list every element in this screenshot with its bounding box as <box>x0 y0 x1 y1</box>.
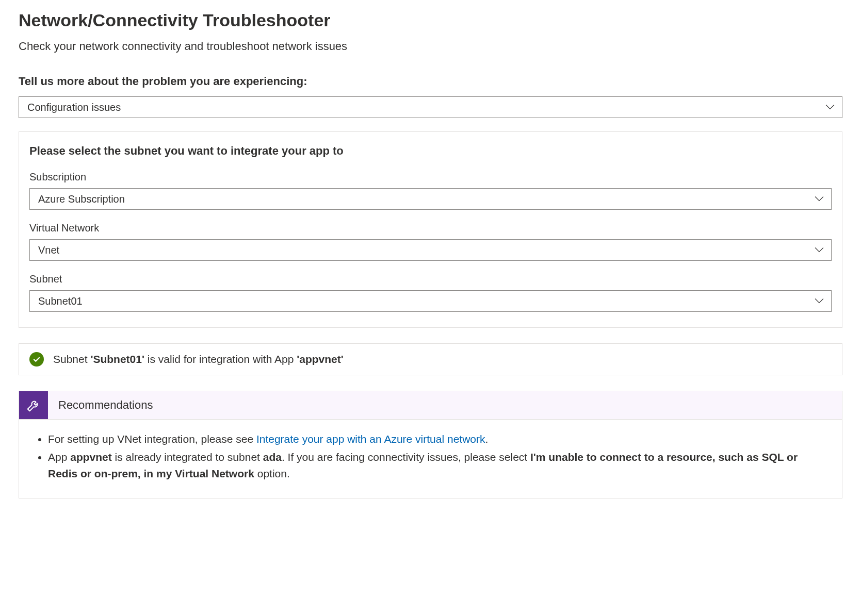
recommendation-item-1: For setting up VNet integration, please … <box>48 431 827 448</box>
status-subnet-name: 'Subnet01' <box>90 353 144 365</box>
rec2-t2: is already integrated to subnet <box>112 451 263 463</box>
subnet-card-heading: Please select the subnet you want to int… <box>29 144 832 158</box>
validation-status-text: Subnet 'Subnet01' is valid for integrati… <box>53 353 344 365</box>
rec2-subnet: ada <box>263 451 282 463</box>
validation-status-bar: Subnet 'Subnet01' is valid for integrati… <box>19 343 842 375</box>
recommendations-panel: Recommendations For setting up VNet inte… <box>19 391 842 498</box>
rec2-app: appvnet <box>70 451 112 463</box>
status-app-name: 'appvnet' <box>297 353 344 365</box>
recommendations-body: For setting up VNet integration, please … <box>19 420 842 498</box>
subnet-dropdown[interactable]: Subnet01 <box>29 290 832 312</box>
integrate-vnet-link[interactable]: Integrate your app with an Azure virtual… <box>256 433 485 445</box>
page-subtitle: Check your network connectivity and trou… <box>19 40 842 53</box>
wrench-icon <box>19 391 48 419</box>
subnet-field: Subnet Subnet01 <box>29 273 832 312</box>
chevron-down-icon <box>815 245 824 255</box>
rec2-t3: . If you are facing connectivity issues,… <box>282 451 530 463</box>
problem-prompt-label: Tell us more about the problem you are e… <box>19 75 842 88</box>
recommendation-item-2: App appvnet is already integrated to sub… <box>48 449 827 482</box>
subnet-value: Subnet01 <box>38 295 83 307</box>
vnet-dropdown[interactable]: Vnet <box>29 239 832 261</box>
status-prefix: Subnet <box>53 353 90 365</box>
rec2-t4: option. <box>254 468 290 479</box>
rec2-t1: App <box>48 451 70 463</box>
vnet-value: Vnet <box>38 244 59 256</box>
subscription-label: Subscription <box>29 171 832 183</box>
problem-type-value: Configuration issues <box>27 102 121 113</box>
subscription-field: Subscription Azure Subscription <box>29 171 832 210</box>
success-check-icon <box>29 352 44 367</box>
page-title: Network/Connectivity Troubleshooter <box>19 10 842 30</box>
vnet-label: Virtual Network <box>29 222 832 234</box>
chevron-down-icon <box>825 103 835 112</box>
chevron-down-icon <box>815 194 824 204</box>
vnet-field: Virtual Network Vnet <box>29 222 832 261</box>
subnet-selection-card: Please select the subnet you want to int… <box>19 131 842 328</box>
subscription-dropdown[interactable]: Azure Subscription <box>29 188 832 210</box>
recommendations-header: Recommendations <box>19 391 842 420</box>
subscription-value: Azure Subscription <box>38 193 125 205</box>
chevron-down-icon <box>815 296 824 306</box>
rec1-prefix: For setting up VNet integration, please … <box>48 433 256 445</box>
subnet-label: Subnet <box>29 273 832 285</box>
rec1-suffix: . <box>485 433 488 445</box>
status-middle: is valid for integration with App <box>144 353 297 365</box>
recommendations-title: Recommendations <box>48 391 163 419</box>
problem-type-dropdown[interactable]: Configuration issues <box>19 96 842 118</box>
